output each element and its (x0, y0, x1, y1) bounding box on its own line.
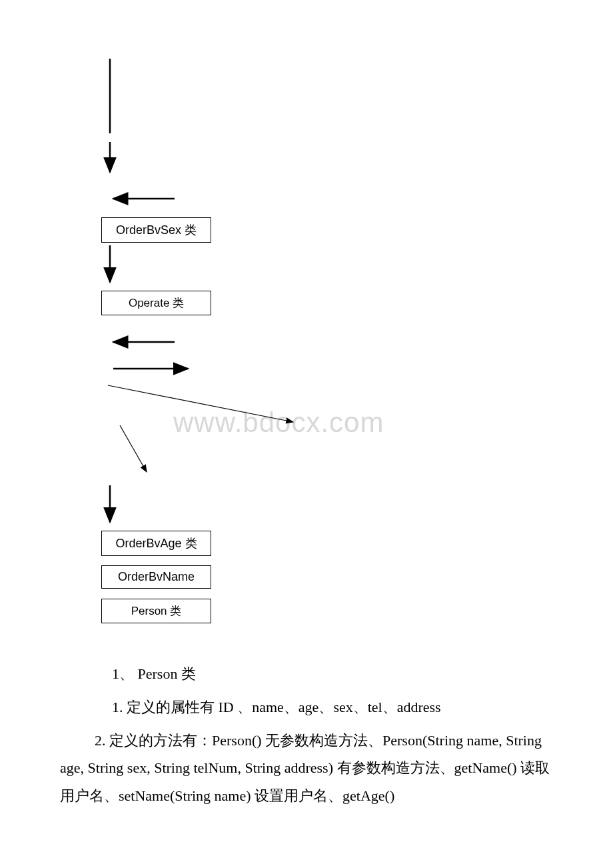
svg-line-7 (108, 385, 293, 422)
text-line-3: 2. 定义的方法有：Person() 无参数构造方法、Person(String… (60, 727, 553, 810)
diagram-arrows (101, 59, 434, 659)
body-text: 1、 Person 类 1. 定义的属性有 ID 、name、age、sex、t… (60, 660, 553, 815)
diagram-container: OrderBvSex 类 Operate 类 OrderBvAge 类 Orde… (101, 59, 314, 625)
svg-line-8 (120, 425, 147, 472)
text-line-1: 1、 Person 类 (60, 660, 553, 688)
text-line-2: 1. 定义的属性有 ID 、name、age、sex、tel、address (60, 693, 553, 721)
